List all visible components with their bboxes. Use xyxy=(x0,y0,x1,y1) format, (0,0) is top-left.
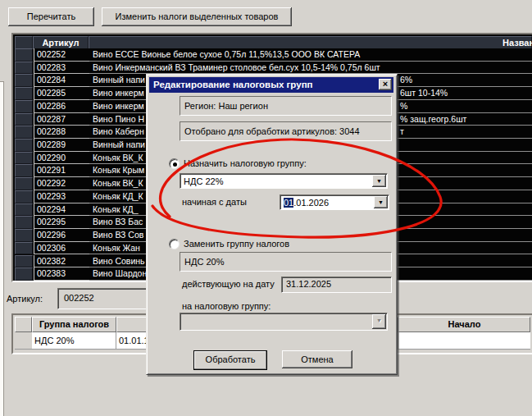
row-selector-cell[interactable] xyxy=(15,216,33,229)
product-art: 002285 xyxy=(34,87,92,100)
replace-group-box: НДС 20% xyxy=(180,252,392,272)
product-art: 002284 xyxy=(34,74,92,87)
start-date-field[interactable]: 01.01.2026 ▼ xyxy=(280,194,389,210)
product-art: 002296 xyxy=(34,229,92,242)
product-name-right: % защ.геогр.6шт xyxy=(400,113,466,126)
row-selector-cell[interactable] xyxy=(15,139,33,152)
start-date-label: начиная с даты xyxy=(182,197,247,207)
tax-row-group[interactable]: НДС 20% xyxy=(32,332,116,350)
product-art: 002286 xyxy=(34,100,92,113)
row-selector-cell[interactable] xyxy=(15,164,33,177)
chevron-down-icon: ▼ xyxy=(372,314,386,329)
product-art: 002288 xyxy=(34,126,92,139)
product-art: 002292 xyxy=(34,177,92,190)
row-selector-cell[interactable] xyxy=(15,126,33,139)
table-row[interactable]: 002252 Вино ЕССЕ Вионье белое сухое 0,75… xyxy=(15,48,532,62)
product-art: 002295 xyxy=(34,216,92,229)
product-art: 002291 xyxy=(34,164,92,177)
product-name: Вино Инкерманский ВЗ Траминер столовое б… xyxy=(89,62,532,75)
radio-selected-dot xyxy=(173,162,177,167)
product-name-right: т xyxy=(400,126,404,138)
row-selector-cell[interactable] xyxy=(15,267,33,281)
product-art: 002293 xyxy=(34,190,92,203)
product-name-right: 6% xyxy=(400,74,412,86)
row-selector-cell[interactable] xyxy=(15,100,33,113)
row-selector-cell[interactable] xyxy=(15,229,33,242)
product-art: 002382 xyxy=(34,255,92,268)
replace-radio-label: Заменить группу налогов xyxy=(184,239,289,249)
product-name: Вино ЕССЕ Вионье белое сухое 0,75л 11,5%… xyxy=(89,48,532,62)
chevron-down-icon[interactable]: ▼ xyxy=(372,175,386,187)
reread-button[interactable]: Перечитать xyxy=(8,7,94,26)
row-selector-cell[interactable] xyxy=(15,242,33,255)
assign-radio-label: Назначить налоговую группу: xyxy=(184,158,307,168)
header-name[interactable]: Название xyxy=(89,36,532,49)
target-group-label: на налоговую группу: xyxy=(182,301,271,311)
row-selector-cell[interactable] xyxy=(15,48,33,62)
product-art: 002283 xyxy=(34,62,92,75)
product-art: 002306 xyxy=(34,242,92,255)
header-art[interactable]: Артикул xyxy=(33,36,89,49)
assign-radio[interactable] xyxy=(169,158,180,169)
product-art: 002294 xyxy=(34,203,92,217)
process-button[interactable]: Обработать xyxy=(193,350,267,370)
target-group-combobox: ▼ xyxy=(180,313,388,331)
date-selected-segment: 01 xyxy=(284,198,293,208)
replace-radio[interactable] xyxy=(169,239,180,249)
tax-header-start[interactable]: Начало xyxy=(398,317,530,332)
chevron-down-icon[interactable]: ▼ xyxy=(374,196,388,208)
row-selector-cell[interactable] xyxy=(15,177,33,190)
start-date-value: 01.01.2026 xyxy=(284,196,329,209)
product-art: 002252 xyxy=(34,48,92,62)
tax-header-selector[interactable] xyxy=(15,317,32,332)
date-rest-segment: .01.2026 xyxy=(293,198,329,208)
row-selector-cell[interactable] xyxy=(15,62,33,75)
product-art: 002383 xyxy=(34,267,92,281)
row-selector-cell[interactable] xyxy=(15,255,33,268)
effective-date-box: 31.12.2025 xyxy=(281,277,392,293)
product-name-right: % xyxy=(400,100,407,112)
close-icon[interactable]: × xyxy=(379,79,392,90)
dialog-title: Редактирование налоговых групп xyxy=(149,77,393,93)
dialog-titlebar[interactable]: Редактирование налоговых групп × xyxy=(149,77,393,93)
row-selector-cell[interactable] xyxy=(15,203,33,217)
change-taxes-button[interactable]: Изменить налоги выделенных товаров xyxy=(102,7,292,26)
tax-row-selector[interactable] xyxy=(15,332,33,350)
row-selector-cell[interactable] xyxy=(15,190,33,203)
products-table-header: Артикул Название xyxy=(15,36,532,48)
row-selector-cell[interactable] xyxy=(15,87,33,100)
tax-group-combobox[interactable]: НДС 22% ▼ xyxy=(180,173,388,189)
table-row[interactable]: 002283 Вино Инкерманский ВЗ Траминер сто… xyxy=(15,62,532,75)
effective-date-label: действующую на дату xyxy=(182,279,275,289)
tax-group-value: НДС 22% xyxy=(184,175,223,188)
row-selector-cell[interactable] xyxy=(15,113,33,126)
product-art: 002289 xyxy=(34,139,92,152)
tax-row-start2[interactable] xyxy=(398,332,530,350)
edit-tax-groups-dialog: Редактирование налоговых групп × Регион:… xyxy=(146,74,398,375)
tax-header-group[interactable]: Группа налогов xyxy=(32,317,116,332)
product-art: 002287 xyxy=(34,113,92,126)
background-window-edge xyxy=(0,81,4,416)
cancel-button[interactable]: Отмена xyxy=(282,350,352,368)
region-box: Регион: Наш регион xyxy=(180,96,392,116)
row-selector-cell[interactable] xyxy=(15,152,33,165)
row-selector-cell[interactable] xyxy=(15,74,33,87)
product-name-right: 6шт 10-14% xyxy=(400,87,448,99)
selected-count-box: Отобрано для обработки артикулов: 3044 xyxy=(180,121,392,141)
artikul-label: Артикул: xyxy=(7,294,43,304)
header-selector-cell[interactable] xyxy=(15,36,33,49)
header-name-label: Название xyxy=(442,37,532,48)
product-art: 002290 xyxy=(34,152,92,165)
